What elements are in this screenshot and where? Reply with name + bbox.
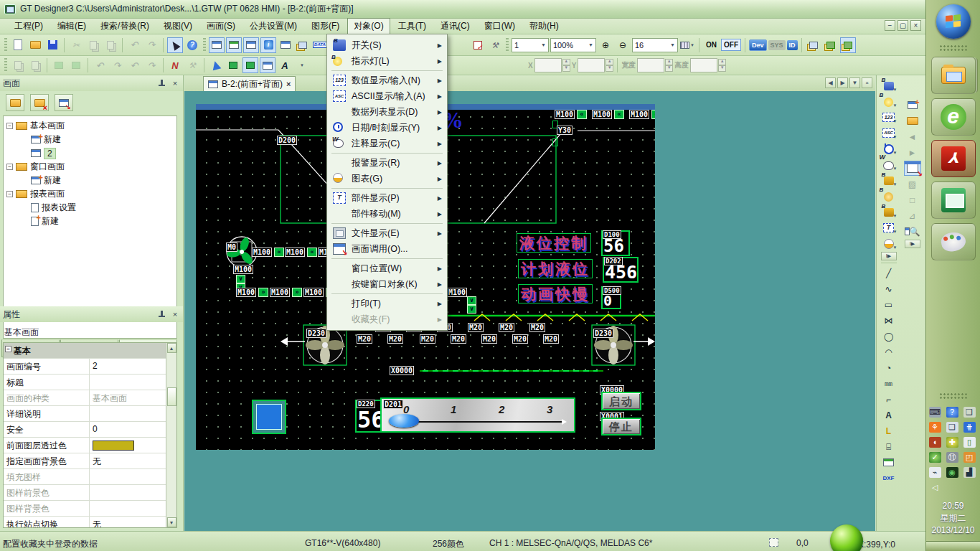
hmi-stop-button[interactable]: 停止: [601, 418, 641, 435]
device-label[interactable]: M100: [555, 110, 575, 119]
layer-both-button[interactable]: [840, 37, 856, 53]
height-stepper[interactable]: ▲▼: [690, 58, 726, 72]
property-row[interactable]: 图样背景色: [4, 501, 166, 517]
tab-close-icon[interactable]: ×: [286, 80, 291, 88]
taskbar-acrobat-button[interactable]: ⅄: [931, 140, 976, 177]
tray-shield-green-icon[interactable]: ✓: [929, 452, 941, 463]
property-row[interactable]: 标题: [4, 375, 166, 390]
scale-tool[interactable]: ㎜: [880, 376, 897, 391]
property-row[interactable]: 图样前景色: [4, 485, 166, 501]
hmi-text-animation-speed[interactable]: 动画快慢: [518, 284, 593, 303]
tree-item-new-window-screen[interactable]: 新建: [5, 174, 175, 187]
toolbar-grip[interactable]: [506, 38, 509, 52]
tray-help-icon[interactable]: ?: [946, 407, 958, 418]
device-label[interactable]: D200: [277, 136, 297, 145]
hmi-blue-square[interactable]: [252, 400, 286, 434]
screen-info-button[interactable]: i: [260, 37, 276, 53]
menu-item-switch[interactable]: 开关(S)▶: [327, 37, 447, 53]
device-label[interactable]: D230: [306, 329, 326, 338]
object-setting-button[interactable]: [184, 57, 200, 73]
tree-collapse-icon[interactable]: −: [6, 191, 13, 197]
property-row[interactable]: 详细说明: [4, 406, 166, 422]
property-group-basic[interactable]: − 基本: [4, 343, 166, 359]
property-row-transparent-color[interactable]: 前面图层透过色: [4, 438, 166, 453]
write-to-got-button[interactable]: [470, 37, 486, 53]
rectangle-tool[interactable]: ▭: [880, 297, 897, 312]
forward-screen-button[interactable]: ►: [904, 145, 921, 160]
device-label[interactable]: M100: [629, 110, 649, 119]
arc-tool[interactable]: ◠: [880, 344, 897, 359]
collapse-icon[interactable]: −: [5, 346, 11, 352]
device-on-button[interactable]: ON: [703, 39, 720, 51]
screen-call-button[interactable]: ↘: [55, 94, 73, 111]
tab-scroll-right-button[interactable]: ▶: [837, 77, 848, 88]
stroke-edit-button[interactable]: [167, 57, 183, 73]
property-row[interactable]: 执行站点切换无: [4, 517, 166, 527]
align-top-button[interactable]: [68, 57, 84, 73]
menu-search[interactable]: 搜索/替换(R): [94, 18, 156, 34]
alarm-list-tool[interactable]: ▼: [880, 204, 897, 220]
flip-horizontal-button[interactable]: [109, 57, 125, 73]
select-arrow-button[interactable]: [208, 57, 224, 73]
save-button[interactable]: [44, 37, 60, 53]
taskbar-browser-button[interactable]: e: [931, 98, 976, 136]
flip-tool[interactable]: ⊿: [904, 208, 921, 223]
taskbar-gtdesigner-button[interactable]: [931, 182, 976, 219]
start-button[interactable]: [936, 4, 971, 39]
switch-tool[interactable]: ▼: [880, 78, 897, 93]
property-panel-close-button[interactable]: ×: [170, 310, 180, 319]
hmi-text-liquid-control[interactable]: 液位控制: [517, 233, 591, 253]
tray-nvidia-icon[interactable]: ◉: [946, 467, 958, 478]
width-stepper[interactable]: ▲▼: [637, 58, 673, 72]
slider-knob[interactable]: [389, 414, 419, 428]
menu-edit[interactable]: 编辑(E): [51, 18, 93, 34]
sector-tool[interactable]: ◔: [880, 360, 897, 375]
tray-11-icon[interactable]: ⑪: [946, 452, 958, 463]
tree-item-screen-2[interactable]: 2: [5, 146, 175, 160]
line-tool[interactable]: ╱: [880, 265, 897, 281]
device-label[interactable]: M100: [252, 248, 272, 257]
text-edit-button[interactable]: [277, 57, 293, 73]
open-screen-tool[interactable]: [904, 113, 921, 128]
system-device-button[interactable]: SYS: [768, 40, 786, 50]
tree-collapse-icon[interactable]: −: [6, 164, 13, 170]
select-object-button[interactable]: [225, 57, 241, 73]
edit-canvas[interactable]: % M100« M100« M100« Y30 D200 M0 M100« M1…: [184, 91, 875, 531]
screen-image-list-button[interactable]: [278, 37, 293, 53]
device-label[interactable]: D230: [593, 329, 613, 338]
device-label[interactable]: M20: [357, 334, 372, 344]
zoom-out-button[interactable]: ⊖: [615, 37, 631, 53]
menu-item-window-position[interactable]: 窗口位置(W)▶: [327, 260, 447, 276]
menu-item-lamp[interactable]: 指示灯(L)▶: [327, 53, 447, 69]
numeric-display-d202[interactable]: D202 456: [603, 257, 639, 283]
device-label[interactable]: M100: [447, 288, 467, 297]
screen-call-tool[interactable]: [904, 161, 921, 176]
numeric-display-d100[interactable]: D100 56: [601, 230, 630, 256]
tray-car-icon[interactable]: ⚘: [929, 422, 941, 433]
property-row[interactable]: 安全0: [4, 422, 166, 438]
property-row[interactable]: 填充图样: [4, 469, 166, 485]
parts-display-tool[interactable]: T▼: [880, 220, 897, 235]
text-dropdown[interactable]: ▼: [294, 57, 310, 73]
pin-icon[interactable]: [157, 310, 166, 319]
dxf-import-tool[interactable]: DXF: [880, 471, 897, 486]
tray-brush-icon[interactable]: ⋕: [963, 422, 976, 433]
tray-battery-icon[interactable]: ▯: [963, 437, 976, 448]
hatch-tool[interactable]: ▨: [904, 176, 921, 192]
flip-vertical-button[interactable]: [126, 57, 142, 73]
menu-view[interactable]: 视图(V): [157, 18, 199, 34]
menu-common[interactable]: 公共设置(M): [243, 18, 303, 34]
data-view-button[interactable]: DATA: [312, 37, 328, 53]
device-label[interactable]: M20: [481, 334, 497, 344]
menu-project[interactable]: 工程(P): [8, 18, 50, 34]
device-label[interactable]: M20: [529, 323, 545, 332]
screen-palette-button[interactable]: [295, 37, 311, 53]
help-button[interactable]: ?: [184, 37, 200, 53]
layer-front-button[interactable]: [806, 37, 821, 53]
layer-back-button[interactable]: [823, 37, 839, 53]
tree-item-new-report[interactable]: 新建: [5, 215, 175, 228]
alarm-search-tool[interactable]: [880, 189, 897, 204]
menu-item-date-time[interactable]: 日期/时刻显示(Y)▶: [327, 120, 447, 136]
screen-panel-close-button[interactable]: ×: [170, 79, 180, 88]
menu-item-key-window-object[interactable]: 按键窗口对象(K)▶: [327, 276, 447, 292]
